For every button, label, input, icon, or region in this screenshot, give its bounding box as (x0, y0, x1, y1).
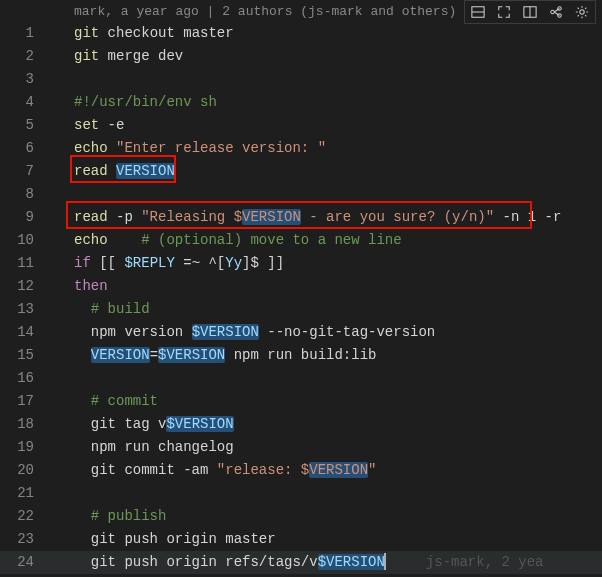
line-number: 4 (0, 91, 48, 114)
line-number: 17 (0, 390, 48, 413)
line-number: 9 (0, 206, 48, 229)
code-line: if [[ $REPLY =~ ^[Yy]$ ]] (48, 252, 602, 275)
line-number: 24 (0, 551, 48, 574)
line-number: 22 (0, 505, 48, 528)
git-blame-header: mark, a year ago | 2 authors (js-mark an… (74, 0, 456, 23)
line-number: 23 (0, 528, 48, 551)
code-line (48, 68, 602, 91)
code-line (48, 482, 602, 505)
line-number: 12 (0, 275, 48, 298)
line-number: 3 (0, 68, 48, 91)
code-line: git push origin master (48, 528, 602, 551)
code-line: VERSION=$VERSION npm run build:lib (48, 344, 602, 367)
svg-point-4 (551, 10, 555, 14)
code-line: git tag v$VERSION (48, 413, 602, 436)
line-number: 11 (0, 252, 48, 275)
line-number: 16 (0, 367, 48, 390)
code-line: set -e (48, 114, 602, 137)
line-number: 18 (0, 413, 48, 436)
code-line: then (48, 275, 602, 298)
expand-icon[interactable] (495, 3, 513, 21)
gear-icon[interactable] (573, 3, 591, 21)
code-line (48, 183, 602, 206)
code-line: git push origin refs/tags/v$VERSIONjs-ma… (48, 551, 602, 574)
svg-point-7 (580, 10, 584, 14)
code-line: npm version $VERSION --no-git-tag-versio… (48, 321, 602, 344)
line-number: 1 (0, 22, 48, 45)
line-number: 5 (0, 114, 48, 137)
inline-git-blame: js-mark, 2 yea (386, 554, 544, 570)
line-number: 21 (0, 482, 48, 505)
code-line (48, 367, 602, 390)
code-line: echo "Enter release version: " (48, 137, 602, 160)
line-number: 13 (0, 298, 48, 321)
split-vertical-icon[interactable] (521, 3, 539, 21)
code-line: # build (48, 298, 602, 321)
line-number: 7 (0, 160, 48, 183)
code-line: #!/usr/bin/env sh (48, 91, 602, 114)
line-number: 19 (0, 436, 48, 459)
line-number: 2 (0, 45, 48, 68)
code-line: git checkout master (48, 22, 602, 45)
share-icon[interactable] (547, 3, 565, 21)
code-line: git merge dev (48, 45, 602, 68)
code-line: git commit -am "release: $VERSION" (48, 459, 602, 482)
editor-toolbar (464, 0, 596, 24)
code-line: # publish (48, 505, 602, 528)
line-number: 14 (0, 321, 48, 344)
code-line: npm run changelog (48, 436, 602, 459)
code-editor[interactable]: 1git checkout master 2git merge dev 3 4#… (0, 22, 602, 577)
code-line: echo # (optional) move to a new line (48, 229, 602, 252)
svg-point-5 (558, 7, 562, 11)
line-number: 20 (0, 459, 48, 482)
code-line: read VERSION (48, 160, 602, 183)
line-number: 10 (0, 229, 48, 252)
line-number: 15 (0, 344, 48, 367)
code-line: # commit (48, 390, 602, 413)
split-horizontal-icon[interactable] (469, 3, 487, 21)
code-line: read -p "Releasing $VERSION - are you su… (48, 206, 602, 229)
line-number: 8 (0, 183, 48, 206)
line-number: 6 (0, 137, 48, 160)
